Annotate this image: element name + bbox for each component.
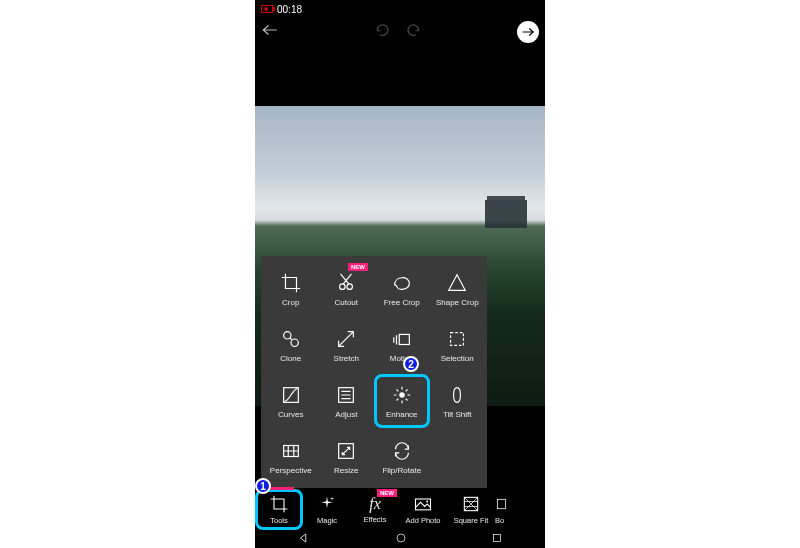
bottom-squarefit[interactable]: Square Fit [447,494,495,525]
tool-label: Selection [441,354,474,363]
svg-point-2 [283,331,290,338]
bottom-label: Add Photo [405,516,440,525]
tool-shapecrop[interactable]: Shape Crop [430,262,486,316]
tool-label: Perspective [270,466,312,475]
tool-enhance[interactable]: Enhance [374,374,430,428]
photo-building-shape [485,200,527,228]
tool-cutout[interactable]: NEW Cutout [319,262,375,316]
nav-back-icon[interactable] [297,530,311,548]
active-indicator [268,487,294,490]
svg-rect-5 [451,332,464,345]
bottom-effects[interactable]: NEW fx Effects [351,495,399,524]
bottom-label: Square Fit [454,516,489,525]
svg-point-1 [347,283,353,289]
tool-label: Cutout [334,298,358,307]
bottom-addphoto[interactable]: Add Photo [399,494,447,525]
tool-empty [430,430,486,484]
bottom-label: Effects [364,515,387,524]
tool-label: Curves [278,410,303,419]
tool-adjust[interactable]: Adjust [319,374,375,428]
undo-icon[interactable] [373,23,391,41]
tool-motion[interactable]: Motion [374,318,430,372]
status-time: 00:18 [277,4,302,15]
tool-selection[interactable]: Selection [430,318,486,372]
back-icon[interactable] [261,23,279,41]
tool-crop[interactable]: Crop [263,262,319,316]
tool-label: Crop [282,298,299,307]
tool-label: Stretch [334,354,359,363]
status-bar: 00:18 [255,0,545,18]
tool-label: Resize [334,466,358,475]
redo-icon[interactable] [405,23,423,41]
annotation-2: 2 [403,356,419,372]
bottom-label: Tools [270,516,288,525]
tool-label: Adjust [335,410,357,419]
tool-label: Enhance [386,410,418,419]
annotation-1: 1 [255,478,271,494]
tools-popup: Crop NEW Cutout Free Crop Shape Crop Clo… [261,256,487,488]
svg-rect-4 [399,334,409,344]
new-badge: NEW [348,263,368,271]
new-badge: NEW [377,489,397,497]
svg-rect-14 [497,499,505,508]
bottom-toolbar: Tools Magic NEW fx Effects Add Photo Squ… [255,488,545,530]
nav-home-icon[interactable] [395,530,407,548]
tool-label: Flip/Rotate [382,466,421,475]
phone-frame: 00:18 Crop [255,0,545,548]
bottom-magic[interactable]: Magic [303,494,351,525]
nav-recent-icon[interactable] [491,530,503,548]
tool-perspective[interactable]: Perspective [263,430,319,484]
tool-label: Free Crop [384,298,420,307]
tool-clone[interactable]: Clone [263,318,319,372]
tool-curves[interactable]: Curves [263,374,319,428]
fx-icon: fx [369,495,381,513]
tool-fliprotate[interactable]: Flip/Rotate [374,430,430,484]
bottom-tools[interactable]: Tools [255,489,303,530]
svg-point-3 [291,339,298,346]
forward-button[interactable] [517,21,539,43]
app-top-bar [255,18,545,46]
tool-label: Tilt Shift [443,410,472,419]
bottom-border[interactable]: Bo [495,494,515,525]
svg-point-15 [397,534,405,542]
svg-point-0 [340,283,346,289]
bottom-label: Magic [317,516,337,525]
svg-point-8 [399,392,405,398]
tool-label: Shape Crop [436,298,479,307]
android-nav-bar [255,530,545,548]
svg-point-12 [426,500,428,502]
tool-freecrop[interactable]: Free Crop [374,262,430,316]
recording-icon [261,5,273,13]
tool-stretch[interactable]: Stretch [319,318,375,372]
tool-tiltshift[interactable]: Tilt Shift [430,374,486,428]
tool-resize[interactable]: Resize [319,430,375,484]
svg-rect-16 [494,535,501,542]
bottom-label: Bo [495,516,504,525]
tool-label: Clone [280,354,301,363]
